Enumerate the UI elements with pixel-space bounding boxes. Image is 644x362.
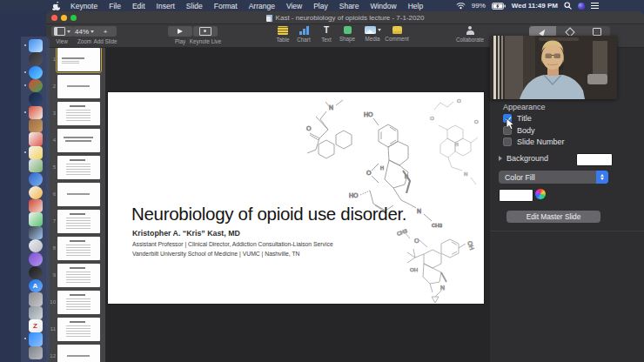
menu-bar: KeynoteFileEditInsertSlideFormatArrangeV… — [0, 0, 644, 11]
menu-item[interactable]: Window — [370, 2, 396, 10]
document-title: Kast - neurobiology of opioids lecture -… — [46, 14, 644, 22]
dock-app-safari[interactable] — [29, 66, 43, 79]
slide-thumbnail[interactable] — [57, 291, 100, 314]
svg-text:OH: OH — [466, 240, 475, 251]
slide-thumbnail[interactable] — [57, 102, 100, 125]
battery-percent: 99% — [472, 2, 486, 10]
appearance-heading: Appearance — [503, 103, 546, 111]
slide-number-checkbox[interactable] — [503, 137, 512, 146]
collaborate-button[interactable]: Collaborate — [444, 26, 496, 43]
keynote-live-button[interactable]: Keynote Live — [179, 26, 231, 44]
color-wheel-icon[interactable] — [535, 189, 546, 199]
comment-button[interactable]: Comment — [371, 26, 423, 42]
background-row[interactable]: Background — [499, 154, 548, 163]
menu-item[interactable]: Share — [339, 2, 359, 10]
svg-text:HO: HO — [349, 192, 359, 198]
disclosure-triangle-icon[interactable] — [499, 156, 502, 161]
slide-thumbnail-row: 5 — [46, 156, 105, 179]
opioid-molecule-drawing: N O HO — [305, 92, 484, 304]
menu-item[interactable]: View — [286, 2, 302, 10]
slide-thumbnail-row: 9 — [46, 264, 105, 287]
apple-menu-icon[interactable] — [52, 2, 60, 10]
slide-thumbnail[interactable] — [57, 210, 100, 233]
slide-thumbnail-row: 1 — [46, 48, 105, 71]
current-slide[interactable]: N O HO — [108, 92, 484, 304]
window-titlebar[interactable]: Kast - neurobiology of opioids lecture -… — [46, 11, 644, 24]
dock-app-launchpad[interactable] — [29, 52, 43, 65]
menu-item[interactable]: Keynote — [70, 2, 97, 10]
slide-thumbnail[interactable] — [57, 237, 100, 260]
checkbox-row-slide-number[interactable]: Slide Number — [503, 137, 565, 146]
menu-item[interactable]: Edit — [132, 2, 145, 10]
svg-text:H: H — [380, 165, 384, 171]
dock-app-screen-display[interactable] — [29, 226, 43, 239]
menu-item[interactable]: Arrange — [249, 2, 275, 10]
dock-app-red-app[interactable] — [29, 199, 43, 212]
slide-affiliation-2[interactable]: Vanderbilt University School of Medicine… — [132, 251, 300, 257]
slide-thumbnail-row: 10 — [46, 291, 105, 314]
menu-item[interactable]: Slide — [186, 2, 203, 10]
slide-thumbnail-row: 6 — [46, 183, 105, 206]
dock-app-photos[interactable] — [29, 186, 43, 199]
select-stepper-icon — [596, 171, 608, 184]
spotlight-search-icon[interactable] — [564, 2, 572, 10]
slide-affiliation-1[interactable]: Assistant Professor | Clinical Director,… — [132, 241, 333, 247]
dock-app-numbers-chart[interactable] — [29, 212, 43, 225]
slide-thumbnail[interactable] — [57, 345, 100, 362]
dock-app-finder[interactable] — [29, 39, 43, 52]
webcam-overlay[interactable] — [490, 36, 617, 99]
fill-color-swatch[interactable] — [499, 189, 533, 202]
slide-thumbnail-row: 8 — [46, 237, 105, 260]
svg-text:N: N — [464, 171, 467, 177]
slide-thumbnail[interactable] — [57, 156, 100, 179]
dock-app-music[interactable] — [29, 239, 43, 252]
svg-text:O: O — [414, 238, 419, 244]
menu-items: KeynoteFileEditInsertSlideFormatArrangeV… — [70, 2, 423, 10]
webcam-video — [490, 36, 617, 99]
menu-item[interactable]: Insert — [157, 2, 175, 10]
background-color-well[interactable] — [576, 153, 613, 166]
dock-app-podcasts[interactable] — [29, 252, 43, 265]
fill-type-select[interactable]: Color Fill — [499, 171, 608, 184]
notification-center-icon[interactable] — [591, 3, 599, 9]
dock-app-camera-app[interactable] — [29, 292, 43, 305]
siri-icon[interactable] — [578, 3, 585, 10]
screen: KeynoteFileEditInsertSlideFormatArrangeV… — [0, 0, 644, 362]
menu-item[interactable]: Play — [313, 2, 328, 10]
menu-item[interactable]: Format — [214, 2, 238, 10]
slide-thumbnail[interactable] — [57, 183, 100, 206]
dock-app-notes[interactable] — [29, 146, 43, 159]
dock-app-messages-gray[interactable] — [29, 306, 43, 319]
dock-app-dark-blue-app[interactable] — [29, 92, 43, 105]
dock-app-calendar[interactable] — [29, 132, 43, 145]
slide-thumbnail[interactable] — [57, 129, 100, 152]
menu-item[interactable]: File — [109, 2, 121, 10]
svg-text:CH3: CH3 — [432, 223, 443, 228]
slide-thumbnail[interactable] — [57, 75, 100, 98]
dock-app-chrome[interactable] — [29, 79, 43, 92]
slide-thumbnail[interactable] — [57, 48, 100, 71]
menu-clock[interactable]: Wed 11:49 PM — [512, 2, 558, 10]
slide-thumbnail-row: 11 — [46, 318, 105, 341]
slide-thumbnail-row: 4 — [46, 129, 105, 152]
slide-thumbnail[interactable] — [57, 264, 100, 287]
dock-app-tv[interactable] — [29, 266, 43, 279]
dock-app-zotero[interactable]: Z — [29, 319, 43, 332]
slide-thumbnail[interactable] — [57, 318, 100, 341]
dock-app-app-store[interactable]: A — [29, 279, 43, 292]
slide-title[interactable]: Neurobiology of opioid use disorder. — [131, 204, 406, 225]
add-slide-button[interactable]: + Add Slide — [79, 26, 131, 44]
dock-app-books-app[interactable] — [29, 119, 43, 132]
dock-app-trash[interactable] — [29, 346, 43, 359]
slide-author[interactable]: Kristopher A. “Kris” Kast, MD — [132, 229, 240, 238]
wifi-icon[interactable] — [456, 2, 466, 10]
svg-text:H: H — [405, 174, 408, 179]
slide-navigator: 1 2 3 4 5 6 7 — [46, 48, 106, 362]
dock-app-zoom[interactable] — [29, 332, 43, 345]
menu-item[interactable]: Help — [408, 2, 423, 10]
battery-icon[interactable] — [492, 3, 506, 10]
dock-app-preview[interactable] — [29, 159, 43, 172]
dock-app-red-white-app[interactable] — [29, 106, 43, 119]
edit-master-slide-button[interactable]: Edit Master Slide — [506, 211, 600, 223]
dock-app-blue-doc-app[interactable] — [29, 172, 43, 185]
